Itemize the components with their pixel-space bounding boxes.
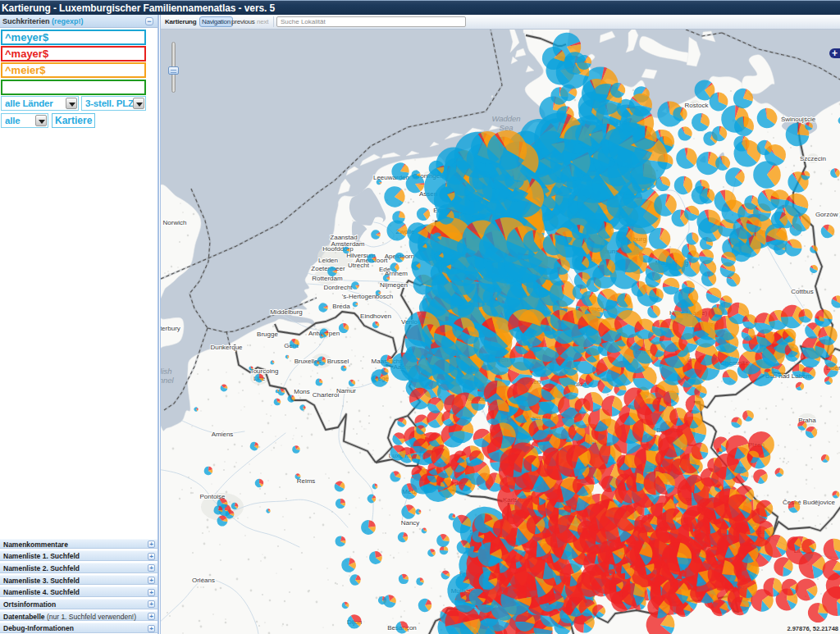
- pie-marker[interactable]: [696, 209, 720, 233]
- pie-marker[interactable]: [411, 261, 420, 270]
- map-viewport[interactable]: NorwichLeeuwardenGroningenAssenEmmenZwol…: [161, 30, 840, 634]
- pie-marker[interactable]: [684, 206, 699, 221]
- pie-marker[interactable]: [714, 484, 722, 491]
- pie-marker[interactable]: [316, 379, 323, 386]
- pie-marker[interactable]: [564, 385, 578, 399]
- pie-marker[interactable]: [566, 445, 591, 469]
- pie-marker[interactable]: [392, 432, 404, 445]
- pie-marker[interactable]: [617, 455, 632, 471]
- pie-marker[interactable]: [634, 318, 655, 339]
- pie-marker[interactable]: [487, 130, 527, 170]
- pie-marker[interactable]: [617, 227, 634, 244]
- pie-marker[interactable]: [783, 329, 797, 343]
- kartiere-button[interactable]: Kartiere: [52, 113, 95, 128]
- pie-marker[interactable]: [221, 385, 228, 392]
- pie-marker[interactable]: [335, 536, 345, 547]
- pie-marker[interactable]: [490, 422, 515, 448]
- pie-marker[interactable]: [320, 335, 324, 339]
- pie-marker[interactable]: [255, 374, 264, 383]
- search-field-2[interactable]: [1, 46, 146, 62]
- pie-marker[interactable]: [418, 599, 431, 612]
- pie-marker[interactable]: [673, 107, 687, 121]
- pie-marker[interactable]: [417, 208, 430, 221]
- accordion-row-1[interactable]: Namenkommentare+: [0, 539, 158, 550]
- pie-marker[interactable]: [412, 454, 421, 463]
- pie-marker[interactable]: [427, 397, 444, 413]
- pie-marker[interactable]: [353, 302, 358, 308]
- pie-marker[interactable]: [367, 253, 376, 262]
- pie-marker[interactable]: [341, 365, 347, 371]
- pie-marker[interactable]: [601, 476, 618, 492]
- pie-marker[interactable]: [714, 189, 737, 212]
- pie-marker[interactable]: [674, 176, 692, 194]
- pie-marker[interactable]: [678, 126, 692, 140]
- pie-marker[interactable]: [818, 326, 838, 345]
- pie-marker[interactable]: [810, 245, 818, 253]
- pie-marker[interactable]: [409, 388, 431, 409]
- pie-marker[interactable]: [436, 534, 450, 547]
- pie-marker[interactable]: [455, 575, 469, 589]
- pie-marker[interactable]: [694, 322, 710, 338]
- pie-marker[interactable]: [327, 267, 337, 276]
- pie-marker[interactable]: [765, 535, 788, 558]
- pie-marker[interactable]: [582, 291, 596, 306]
- pie-marker[interactable]: [578, 313, 600, 335]
- pie-marker[interactable]: [686, 395, 705, 414]
- pie-marker[interactable]: [721, 252, 736, 267]
- pie-marker[interactable]: [401, 504, 415, 518]
- pie-marker[interactable]: [361, 520, 376, 535]
- pie-marker[interactable]: [285, 355, 290, 359]
- pie-marker[interactable]: [335, 481, 345, 492]
- pie-marker[interactable]: [314, 361, 320, 367]
- pie-marker[interactable]: [397, 417, 406, 426]
- pie-marker[interactable]: [372, 376, 379, 383]
- pie-marker[interactable]: [710, 93, 728, 112]
- pie-marker[interactable]: [422, 528, 427, 534]
- pie-marker[interactable]: [744, 195, 758, 209]
- pie-marker[interactable]: [204, 467, 212, 475]
- pie-marker[interactable]: [416, 577, 423, 585]
- pie-marker[interactable]: [427, 549, 436, 557]
- pie-marker[interactable]: [377, 180, 382, 185]
- pie-marker[interactable]: [663, 278, 680, 295]
- pie-marker[interactable]: [288, 395, 295, 402]
- pie-marker[interactable]: [796, 579, 818, 601]
- accordion-row-2[interactable]: Namenliste 1. Suchfeld+: [0, 550, 158, 561]
- accordion-row-5[interactable]: Namenliste 4. Suchfeld+: [0, 586, 158, 597]
- pie-marker[interactable]: [821, 225, 835, 239]
- expand-icon[interactable]: +: [148, 600, 155, 608]
- pie-marker[interactable]: [649, 288, 664, 303]
- pie-marker[interactable]: [798, 308, 812, 322]
- expand-icon[interactable]: +: [148, 613, 155, 620]
- pie-marker[interactable]: [742, 410, 754, 422]
- laender-select[interactable]: alle Länder: [1, 96, 79, 111]
- pie-marker[interactable]: [706, 288, 722, 303]
- pie-marker[interactable]: [725, 436, 749, 459]
- pie-marker[interactable]: [833, 490, 840, 498]
- pie-marker[interactable]: [554, 258, 570, 275]
- pie-marker[interactable]: [599, 259, 615, 276]
- pie-marker[interactable]: [662, 509, 684, 531]
- pie-marker[interactable]: [372, 484, 378, 490]
- pie-marker[interactable]: [725, 167, 745, 187]
- pie-marker[interactable]: [626, 540, 653, 568]
- locality-search-input[interactable]: [276, 16, 466, 27]
- pie-marker[interactable]: [757, 108, 778, 129]
- pie-marker[interactable]: [610, 83, 625, 98]
- pie-marker[interactable]: [395, 621, 408, 633]
- pie-marker[interactable]: [731, 597, 750, 616]
- pie-marker[interactable]: [734, 116, 754, 136]
- pie-marker[interactable]: [381, 367, 388, 375]
- pie-marker[interactable]: [226, 510, 235, 519]
- accordion-row-7[interactable]: Datentabelle (nur 1. Suchfeld verwenden!…: [0, 611, 158, 622]
- pie-marker[interactable]: [413, 439, 429, 454]
- pie-marker[interactable]: [687, 250, 699, 262]
- pie-marker[interactable]: [372, 322, 379, 328]
- pie-marker[interactable]: [712, 126, 727, 141]
- pie-marker[interactable]: [471, 396, 485, 410]
- pie-marker[interactable]: [299, 404, 305, 410]
- pie-marker[interactable]: [392, 211, 405, 224]
- pie-marker[interactable]: [276, 390, 280, 394]
- pie-marker[interactable]: [398, 532, 408, 542]
- pie-marker[interactable]: [597, 289, 619, 310]
